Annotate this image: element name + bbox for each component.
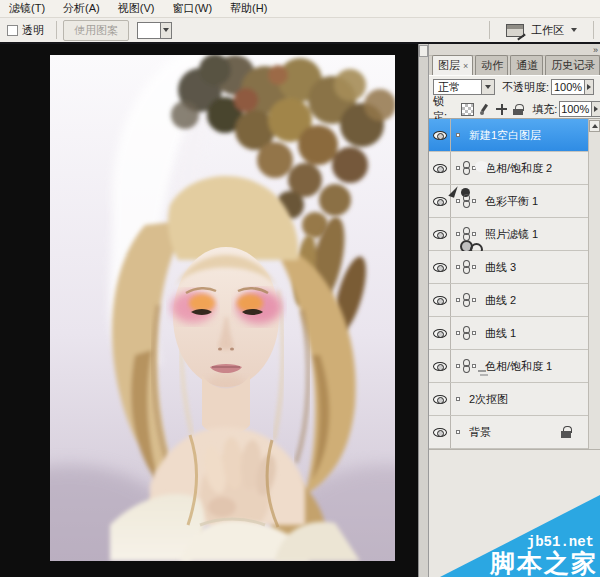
layer-name[interactable]: 曲线 3 [485, 260, 516, 275]
layer-thumbnail[interactable] [456, 331, 460, 335]
collapse-panels-icon[interactable]: » [593, 45, 597, 55]
blend-mode-select[interactable]: 正常 [433, 79, 495, 95]
layer-row[interactable]: 色相/饱和度 1 [429, 350, 589, 383]
fill-input[interactable]: 100% [559, 101, 592, 117]
layer-name[interactable]: 新建1空白图层 [469, 128, 541, 143]
menu-item[interactable]: 视图(V) [109, 0, 164, 17]
layer-thumbnail[interactable] [456, 364, 460, 368]
opacity-input[interactable]: 100% [551, 79, 585, 95]
fill-slider-button[interactable] [592, 101, 600, 117]
layer-mask-thumbnail[interactable] [472, 199, 476, 203]
transparent-checkbox[interactable] [7, 25, 18, 36]
layer-name[interactable]: 2次抠图 [469, 392, 508, 407]
visibility-toggle[interactable] [429, 218, 451, 250]
visibility-toggle[interactable] [429, 119, 451, 151]
layer-name[interactable]: 照片滤镜 1 [485, 227, 538, 242]
eye-icon [433, 329, 447, 338]
visibility-toggle[interactable] [429, 416, 451, 448]
layer-name[interactable]: 色相/饱和度 2 [485, 161, 552, 176]
layer-name[interactable]: 曲线 2 [485, 293, 516, 308]
tab-历史记录[interactable]: 历史记录 [545, 55, 600, 75]
layer-row[interactable]: 曲线 1 [429, 317, 589, 350]
layer-thumbnail[interactable] [456, 133, 460, 137]
eye-icon [433, 263, 447, 272]
link-icon [462, 326, 469, 340]
tool-options-bar: 透明 使用图案 工作区 [0, 17, 600, 42]
layer-thumbnail[interactable] [456, 298, 460, 302]
layer-mask-thumbnail[interactable] [472, 298, 476, 302]
scroll-up-icon[interactable] [589, 120, 600, 132]
pattern-dropdown-button[interactable] [161, 22, 172, 39]
opacity-slider-button[interactable] [585, 79, 594, 95]
layer-name[interactable]: 曲线 1 [485, 326, 516, 341]
canvas-pasteboard[interactable] [0, 44, 418, 577]
chevron-down-icon[interactable] [481, 80, 494, 94]
lock-position-icon[interactable] [495, 103, 508, 116]
link-icon [462, 359, 469, 373]
menu-item[interactable]: 滤镜(T) [0, 0, 54, 17]
canvas-photo[interactable] [50, 55, 395, 561]
visibility-toggle[interactable] [429, 284, 451, 316]
tab-动作[interactable]: 动作 [475, 55, 508, 75]
layer-thumbnail[interactable] [456, 199, 460, 203]
layers-scrollbar[interactable] [588, 119, 600, 449]
layer-thumbnail[interactable] [456, 265, 460, 269]
menu-item[interactable]: 帮助(H) [221, 0, 276, 17]
menu-item[interactable]: 窗口(W) [163, 0, 221, 17]
opacity-label: 不透明度: [502, 80, 549, 95]
visibility-toggle[interactable] [429, 350, 451, 382]
lock-transparency-icon[interactable] [461, 103, 474, 116]
layer-mask-thumbnail[interactable] [472, 166, 476, 170]
layer-row[interactable]: 照片滤镜 1 [429, 218, 589, 251]
tab-通道[interactable]: 通道 [510, 55, 543, 75]
layer-row[interactable]: 曲线 2 [429, 284, 589, 317]
visibility-toggle[interactable] [429, 152, 451, 184]
layer-row[interactable]: 色彩平衡 1 [429, 185, 589, 218]
layer-mask-thumbnail[interactable] [472, 331, 476, 335]
layer-thumbnail[interactable] [456, 397, 460, 401]
layer-row[interactable]: 背景 [429, 416, 589, 449]
layer-thumbnail[interactable] [456, 232, 460, 236]
eye-icon [433, 362, 447, 371]
layer-thumbnail[interactable] [456, 166, 460, 170]
divider [489, 21, 490, 39]
visibility-toggle[interactable] [429, 317, 451, 349]
layer-mask-thumbnail[interactable] [472, 364, 476, 368]
layer-row[interactable]: 曲线 3 [429, 251, 589, 284]
layer-controls: 正常 不透明度: 100% 锁定: 填充: 100% [429, 75, 600, 119]
canvas-scrollbar[interactable] [418, 44, 428, 577]
watermark-url: jb51.net [527, 534, 600, 550]
layer-mask-thumbnail[interactable] [472, 232, 476, 236]
visibility-toggle[interactable] [429, 383, 451, 415]
layer-mask-thumbnail[interactable] [472, 265, 476, 269]
eye-icon [433, 131, 447, 140]
visibility-toggle[interactable] [429, 185, 451, 217]
visibility-toggle[interactable] [429, 251, 451, 283]
lock-all-icon[interactable] [512, 103, 525, 116]
layer-row[interactable]: 色相/饱和度 2 [429, 152, 589, 185]
eye-icon [433, 230, 447, 239]
scrollbar-button[interactable] [419, 45, 428, 57]
tab-图层[interactable]: 图层× [432, 55, 473, 75]
eye-icon [433, 296, 447, 305]
eye-icon [433, 428, 447, 437]
chevron-down-icon [163, 28, 169, 32]
pattern-swatch[interactable] [137, 22, 161, 39]
link-icon [462, 293, 469, 307]
close-icon[interactable]: × [463, 61, 468, 71]
layer-list: 新建1空白图层 色相/饱和度 2 色彩平衡 1 照片滤镜 1 曲线 3 曲线 2 [429, 119, 589, 449]
menu-item[interactable]: 分析(A) [54, 0, 109, 17]
layer-name[interactable]: 色彩平衡 1 [485, 194, 538, 209]
layer-thumbnail[interactable] [456, 430, 460, 434]
layer-name[interactable]: 色相/饱和度 1 [485, 359, 552, 374]
pattern-picker[interactable] [137, 22, 172, 39]
use-pattern-button[interactable]: 使用图案 [63, 20, 129, 41]
layer-row[interactable]: 2次抠图 [429, 383, 589, 416]
layer-name[interactable]: 背景 [469, 425, 491, 440]
workspace-button[interactable]: 工作区 [496, 23, 587, 38]
lock-paint-icon[interactable] [478, 103, 491, 116]
layer-row[interactable]: 新建1空白图层 [429, 119, 589, 152]
layers-panel: » 图层×动作通道历史记录−≡ 正常 不透明度: 100% 锁定: [428, 44, 600, 577]
photoshop-window: 滤镜(T)分析(A)视图(V)窗口(W)帮助(H) 透明 使用图案 工作区 [0, 0, 600, 577]
divider [56, 21, 57, 39]
